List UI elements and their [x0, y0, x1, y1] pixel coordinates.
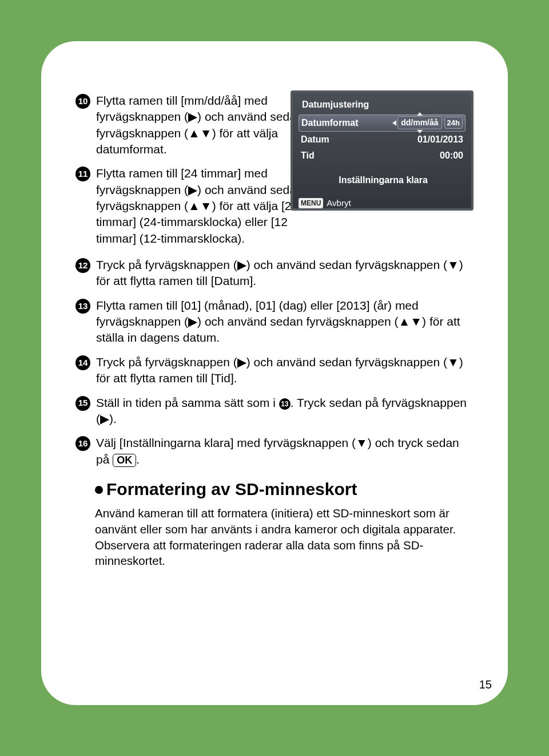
screen-row-date: Datum 01/01/2013 — [299, 132, 466, 148]
menu-chip: MENU — [299, 198, 323, 208]
section-heading: Formatering av SD-minneskort — [95, 478, 474, 501]
section-title-text: Formatering av SD-minneskort — [106, 480, 357, 498]
screen-row-time: Tid 00:00 — [299, 148, 466, 164]
step-number-badge: 13 — [75, 299, 90, 314]
step-text: Ställ in tiden på samma sätt som i 13. T… — [96, 395, 474, 428]
screen-title: Datumjustering — [302, 98, 466, 111]
step-text: Flytta ramen till [01] (månad), [01] (da… — [96, 298, 474, 346]
manual-page: Datumjustering Datumformat dd/mm/åå 24h … — [41, 41, 508, 705]
step-text-post: . — [136, 453, 140, 466]
step-15: 15 Ställ in tiden på samma sätt som i 13… — [75, 395, 474, 428]
bullet-icon — [95, 486, 103, 494]
screen-cancel-label: Avbryt — [327, 197, 351, 209]
step-12: 12 Tryck på fyrvägsknappen (▶) och använ… — [75, 257, 474, 290]
step-number-badge: 10 — [75, 94, 90, 109]
screen-value: 01/01/2013 — [417, 133, 463, 146]
ok-button-glyph: OK — [113, 454, 136, 468]
step-14: 14 Tryck på fyrvägsknappen (▶) och använ… — [75, 354, 474, 387]
step-10: 10 Flytta ramen till [mm/dd/åå] med fyrv… — [75, 93, 304, 157]
step-16: 16 Välj [Inställningarna klara] med fyrv… — [75, 435, 474, 468]
step-number-badge: 15 — [75, 396, 90, 411]
up-arrow-icon — [417, 112, 423, 116]
step-text: Välj [Inställningarna klara] med fyrvägs… — [96, 435, 474, 468]
step-number-badge: 12 — [75, 258, 90, 273]
step-13: 13 Flytta ramen till [01] (månad), [01] … — [75, 298, 474, 346]
page-number: 15 — [479, 677, 492, 692]
screen-footer: MENU Avbryt — [299, 197, 466, 209]
step-text: Flytta ramen till [24 timmar] med fyrväg… — [96, 165, 304, 247]
section-body: Använd kameran till att formatera (initi… — [95, 505, 474, 569]
screen-label: Datum — [301, 133, 329, 146]
step-text: Flytta ramen till [mm/dd/åå] med fyrvägs… — [96, 93, 304, 157]
step-text-pre: Välj [Inställningarna klara] med fyrvägs… — [96, 436, 459, 465]
screen-row-format: Datumformat dd/mm/åå 24h — [299, 114, 466, 132]
step-11: 11 Flytta ramen till [24 timmar] med fyr… — [75, 165, 304, 247]
screen-done-row: Inställningarna klara — [301, 174, 466, 187]
step-number-badge: 14 — [75, 355, 90, 370]
step-number-badge: 16 — [75, 436, 90, 451]
screen-value: dd/mm/åå — [401, 117, 438, 128]
step-text: Tryck på fyrvägsknappen (▶) och använd s… — [96, 354, 474, 387]
left-arrow-icon — [392, 120, 396, 126]
screen-label: Datumformat — [301, 117, 359, 129]
camera-screen: Datumjustering Datumformat dd/mm/åå 24h … — [291, 90, 474, 211]
clock-mode-badge: 24h — [444, 117, 463, 129]
step-text-pre: Ställ in tiden på samma sätt som i — [96, 396, 279, 409]
step-ref-badge: 13 — [279, 398, 291, 410]
down-arrow-icon — [417, 130, 423, 133]
step-text: Tryck på fyrvägsknappen (▶) och använd s… — [96, 257, 474, 290]
screen-value: 00:00 — [440, 149, 463, 162]
step-number-badge: 11 — [75, 167, 90, 181]
screen-label: Tid — [301, 149, 315, 162]
